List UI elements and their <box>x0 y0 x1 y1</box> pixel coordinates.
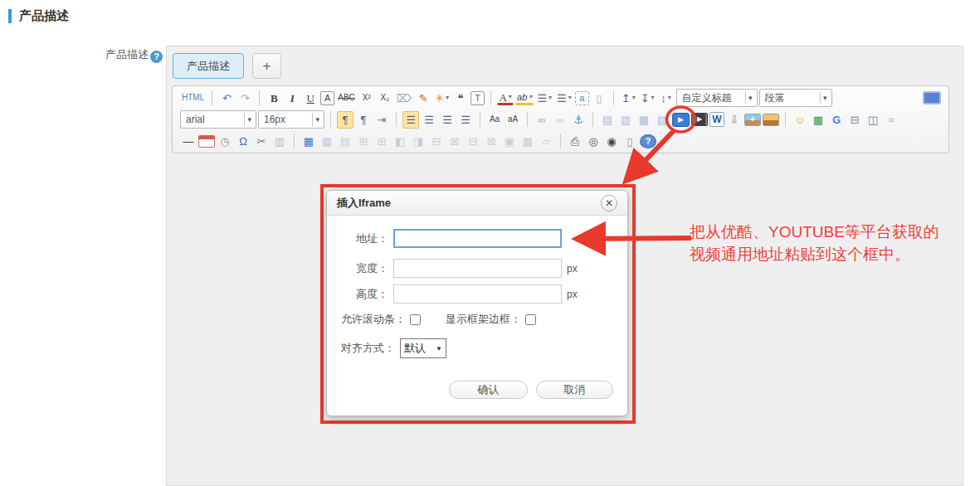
heading-select[interactable]: 自定义标题▾ <box>676 89 758 107</box>
confirm-button[interactable]: 确认 <box>449 381 528 399</box>
width-row: 宽度： px <box>327 259 627 278</box>
scrollbar-checkbox[interactable] <box>410 314 421 325</box>
auto-typeset-icon[interactable]: ✳▾ <box>433 90 451 107</box>
address-input[interactable] <box>393 229 562 248</box>
table-props-icon[interactable]: ▣ <box>501 133 518 150</box>
insert-date-icon[interactable] <box>198 135 215 148</box>
to-uppercase-icon[interactable]: Aa <box>486 111 503 129</box>
line-height-icon[interactable]: ↕▾ <box>658 90 675 107</box>
insert-map-icon[interactable]: ▩ <box>810 111 826 129</box>
anchor-inline-icon[interactable]: a <box>575 91 589 105</box>
rtl-paragraph-icon[interactable]: ¶ <box>355 111 372 129</box>
fetch-remote-image-icon[interactable]: ≈ <box>883 111 900 129</box>
paragraph-select[interactable]: 段落▾ <box>759 89 832 107</box>
cell-split-icon[interactable]: ⊠ <box>446 133 463 150</box>
paste-as-text-icon[interactable]: T <box>470 91 485 105</box>
subscript-icon[interactable]: X₂ <box>377 90 393 107</box>
remove-link-icon[interactable]: ∞ <box>552 111 568 129</box>
font-size-select[interactable]: 16px▾ <box>258 110 324 129</box>
align-right-icon[interactable]: ☰ <box>439 111 456 129</box>
height-input[interactable] <box>393 284 562 304</box>
table-delete-icon[interactable]: ▦ <box>319 133 335 150</box>
undo-icon[interactable]: ↶ <box>218 90 235 107</box>
find-replace-icon[interactable]: ◉ <box>603 133 620 150</box>
format-painter-icon[interactable]: ✎ <box>415 90 431 107</box>
upload-image-icon[interactable]: + <box>744 114 761 126</box>
width-input[interactable] <box>393 259 562 278</box>
add-tab-button[interactable]: + <box>252 53 281 79</box>
highlight-color-icon[interactable]: ab▾ <box>515 91 534 105</box>
new-page-icon[interactable]: ▯ <box>591 90 607 107</box>
google-map-icon[interactable]: G <box>828 111 845 129</box>
row-insert-below-icon[interactable]: ⊞ <box>373 133 390 150</box>
table-header-icon[interactable]: ▤ <box>337 133 353 150</box>
ltr-paragraph-icon[interactable]: ¶ <box>337 111 353 129</box>
para-space-before-icon[interactable]: ↥▾ <box>620 90 637 107</box>
horizontal-rule-icon[interactable]: — <box>180 133 197 150</box>
fullscreen-icon[interactable] <box>923 91 941 104</box>
insert-link-icon[interactable]: ∞ <box>534 111 550 129</box>
font-family-select[interactable]: arial▾ <box>180 110 256 129</box>
screenshot-icon[interactable]: ✂ <box>253 133 270 150</box>
help-icon[interactable]: ? <box>150 51 163 63</box>
cancel-button[interactable]: 取消 <box>536 381 613 399</box>
to-lowercase-icon[interactable]: aA <box>505 111 521 129</box>
dialog-title-bar: 插入Iframe ✕ <box>327 191 627 216</box>
checkbox-row: 允许滚动条： 显示框架边框： <box>327 312 627 327</box>
redo-icon[interactable]: ↷ <box>236 90 253 107</box>
insert-time-icon[interactable]: ◷ <box>217 133 233 150</box>
image-inline-icon[interactable]: ▥ <box>617 111 634 129</box>
page-break-icon[interactable]: ⊟ <box>846 111 863 129</box>
font-color-icon[interactable]: A▾ <box>497 90 514 105</box>
align-select[interactable]: 默认 ▼ <box>400 338 446 358</box>
insert-table-icon[interactable]: ▦ <box>300 133 317 150</box>
align-justify-icon[interactable]: ☰ <box>457 111 474 129</box>
superscript-icon[interactable]: X² <box>358 90 375 107</box>
paste-board-icon[interactable]: ▯ <box>622 133 638 150</box>
excel-import-icon[interactable]: ▱ <box>538 133 554 150</box>
insert-flash-video-icon[interactable]: ▶ <box>691 113 708 126</box>
close-icon[interactable]: ✕ <box>601 195 617 211</box>
col-insert-right-icon[interactable]: ◨ <box>410 133 427 150</box>
align-left-icon[interactable]: ☰ <box>402 111 419 129</box>
ordered-list-icon[interactable]: ☰▾ <box>535 90 553 107</box>
image-block-icon[interactable]: ▧ <box>654 111 670 129</box>
underline-icon[interactable]: U <box>302 90 319 107</box>
word-image-icon[interactable]: ▥ <box>271 133 288 150</box>
print-icon[interactable]: ⎙ <box>567 133 583 150</box>
chevron-down-icon: ▾ <box>446 95 449 101</box>
blockquote-icon[interactable]: ❝ <box>452 90 469 107</box>
tab-product-description[interactable]: 产品描述 <box>173 53 244 79</box>
cell-merge-icon[interactable]: ⊟ <box>428 133 445 150</box>
insert-video-icon[interactable]: ▶ <box>672 113 690 127</box>
page-header: 产品描述 <box>8 8 69 24</box>
help-icon[interactable]: ? <box>640 134 656 148</box>
image-float-right-icon[interactable]: ▦ <box>636 111 652 129</box>
insert-flash-icon[interactable]: ⇩ <box>726 111 743 129</box>
row-insert-above-icon[interactable]: ⊞ <box>355 133 372 150</box>
col-delete-icon[interactable]: ⊠ <box>483 133 500 150</box>
col-insert-left-icon[interactable]: ◧ <box>392 133 408 150</box>
cell-props-icon[interactable]: ▩ <box>519 133 536 150</box>
italic-icon[interactable]: I <box>284 90 300 107</box>
remove-format-icon[interactable]: ⌦ <box>395 90 413 107</box>
preview-icon[interactable]: ◎ <box>585 133 602 150</box>
align-label: 对齐方式： <box>341 341 395 356</box>
row-delete-icon[interactable]: ⊟ <box>465 133 481 150</box>
insert-image-icon[interactable] <box>763 114 779 126</box>
align-center-icon[interactable]: ☰ <box>421 111 437 129</box>
para-space-after-icon[interactable]: ↧▾ <box>639 90 656 107</box>
html-source-icon[interactable]: HTML <box>180 90 206 107</box>
image-float-left-icon[interactable]: ▤ <box>599 111 616 129</box>
anchor-icon[interactable]: ⚓ <box>570 111 587 129</box>
unordered-list-icon[interactable]: ☰▾ <box>555 90 573 107</box>
word-import-icon[interactable]: W <box>709 112 724 127</box>
bold-icon[interactable]: B <box>266 90 282 107</box>
char-border-icon[interactable]: A <box>320 91 334 105</box>
strikethrough-icon[interactable]: ABC <box>336 90 357 107</box>
frame-border-checkbox[interactable] <box>525 314 536 325</box>
emoticon-icon[interactable]: ☺ <box>792 111 808 129</box>
special-char-icon[interactable]: Ω <box>235 133 251 150</box>
indent-icon[interactable]: ⇥ <box>373 111 390 129</box>
insert-template-icon[interactable]: ◫ <box>865 111 881 129</box>
